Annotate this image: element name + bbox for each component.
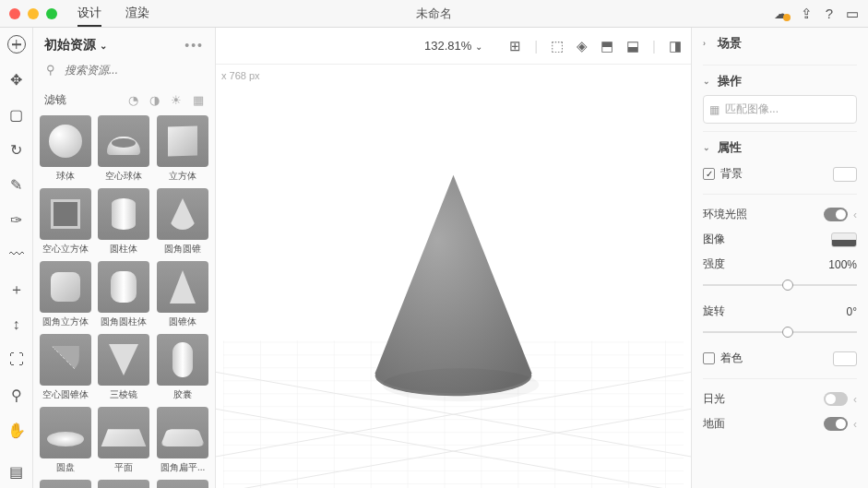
asset-item[interactable]: 空心圆锥体: [39, 334, 92, 401]
asset-item[interactable]: 胶囊: [156, 334, 209, 401]
help-icon[interactable]: ?: [826, 6, 833, 21]
tint-checkbox-row[interactable]: 着色: [703, 351, 743, 366]
zoom-dropdown[interactable]: 132.81% ⌄: [424, 39, 482, 53]
background-color-swatch[interactable]: [833, 167, 857, 182]
asset-item[interactable]: 三棱镜: [98, 334, 151, 401]
shading-icon[interactable]: ◨: [669, 38, 682, 54]
env-image-label: 图像: [703, 232, 725, 247]
asset-item[interactable]: [156, 480, 209, 488]
asset-label: 球体: [56, 170, 75, 183]
reset-icon[interactable]: ‹: [853, 418, 857, 431]
intensity-slider[interactable]: [703, 279, 857, 292]
filter-image-icon[interactable]: ▦: [193, 93, 204, 107]
camera-iso-icon[interactable]: ⬓: [626, 38, 639, 54]
props-section-header[interactable]: ⌄ 属性: [703, 139, 857, 156]
background-checkbox[interactable]: [703, 168, 715, 180]
move-tool-icon[interactable]: ✥: [7, 70, 26, 89]
asset-item[interactable]: 立方体: [156, 115, 209, 183]
add-button[interactable]: [7, 35, 26, 54]
asset-thumbnail: [40, 261, 91, 313]
asset-item[interactable]: 圆角圆柱体: [98, 261, 151, 328]
ops-section-label: 操作: [718, 73, 742, 89]
sun-label: 日光: [703, 391, 725, 407]
asset-label: 圆角扁平...: [161, 461, 205, 474]
asset-item[interactable]: [98, 480, 151, 488]
asset-thumbnail: [40, 407, 91, 458]
crop-tool-icon[interactable]: ▢: [7, 105, 26, 124]
image-icon: ▦: [709, 103, 719, 116]
asset-thumbnail: [40, 115, 91, 167]
tint-checkbox[interactable]: [703, 352, 715, 364]
asset-item[interactable]: 圆盘: [39, 407, 92, 474]
asset-item[interactable]: 空心球体: [98, 115, 151, 183]
asset-source-dropdown[interactable]: 初始资源 ⌄: [44, 37, 107, 54]
background-checkbox-row[interactable]: 背景: [703, 166, 743, 182]
maximize-window[interactable]: [46, 8, 57, 19]
scene-section-header[interactable]: › 场景: [703, 35, 857, 52]
hand-tool-icon[interactable]: ✋: [7, 421, 26, 439]
tab-render[interactable]: 渲染: [125, 1, 149, 27]
env-light-toggle[interactable]: [824, 208, 848, 221]
left-toolbar: ✥ ▢ ↻ ✎ ✑ 〰 ＋ ↕ ⛶ ⚲ ✋ ▤: [0, 28, 33, 488]
filter-icons: ◔ ◑ ☀ ▦: [128, 93, 204, 107]
match-image-button[interactable]: ▦ 匹配图像...: [703, 95, 857, 124]
background-label: 背景: [720, 166, 743, 182]
zoom-tool-icon[interactable]: ⚲: [7, 386, 26, 404]
asset-item[interactable]: 圆角扁平...: [156, 407, 209, 474]
asset-label: 空心立方体: [42, 243, 89, 256]
asset-item[interactable]: 圆锥体: [156, 261, 209, 328]
scene-section-label: 场景: [718, 35, 742, 52]
asset-thumbnail: [157, 480, 208, 488]
minimize-window[interactable]: [28, 8, 39, 19]
asset-item[interactable]: 空心立方体: [39, 188, 92, 256]
camera-orbit-icon[interactable]: ◈: [577, 38, 588, 54]
asset-item[interactable]: 圆柱体: [98, 188, 151, 256]
close-window[interactable]: [9, 8, 20, 19]
ops-section-header[interactable]: ⌄ 操作: [703, 73, 857, 89]
asset-search-input[interactable]: [42, 59, 206, 81]
asset-thumbnail: [98, 480, 149, 488]
grid-view-icon[interactable]: ⊞: [509, 38, 521, 54]
share-icon[interactable]: ⇪: [801, 6, 813, 22]
asset-item[interactable]: [39, 480, 92, 488]
path-tool-icon[interactable]: 〰: [7, 245, 26, 264]
camera-front-icon[interactable]: ⬚: [551, 38, 564, 54]
rotation-slider[interactable]: [703, 326, 857, 339]
eyedropper-icon[interactable]: ✑: [7, 210, 26, 229]
asset-item[interactable]: 球体: [39, 115, 92, 183]
viewport[interactable]: [216, 65, 691, 488]
layout-icon[interactable]: ▤: [7, 462, 26, 481]
window-controls: [9, 8, 57, 19]
plus-tool-icon[interactable]: ＋: [7, 280, 26, 299]
asset-menu-button[interactable]: •••: [184, 38, 204, 53]
asset-item[interactable]: 平面: [98, 407, 151, 474]
rotation-value: 0°: [847, 305, 857, 318]
sun-toggle[interactable]: [824, 392, 848, 406]
asset-item[interactable]: 圆角圆锥: [156, 188, 209, 256]
rotate-tool-icon[interactable]: ↻: [7, 140, 26, 159]
asset-label: 圆柱体: [110, 243, 137, 256]
arrow-tool-icon[interactable]: ↕: [7, 315, 26, 334]
reset-icon[interactable]: ‹: [853, 393, 857, 406]
tab-design[interactable]: 设计: [77, 1, 101, 27]
reset-icon[interactable]: ‹: [853, 208, 857, 221]
env-image-thumbnail[interactable]: [831, 232, 857, 247]
filter-light-icon[interactable]: ☀: [171, 93, 182, 107]
feedback-icon[interactable]: ▭: [846, 6, 859, 22]
titlebar-actions: ☁ ⇪ ? ▭: [774, 6, 859, 22]
mode-tabs: 设计 渲染: [77, 1, 149, 27]
cloud-sync-icon[interactable]: ☁: [774, 6, 788, 22]
asset-item[interactable]: 圆角立方体: [39, 261, 92, 328]
camera-top-icon[interactable]: ⬒: [600, 38, 613, 54]
filter-shape-icon[interactable]: ◔: [128, 93, 138, 107]
chevron-down-icon: ⌄: [100, 41, 107, 51]
asset-label: 立方体: [169, 170, 196, 183]
asset-thumbnail: [98, 261, 149, 313]
asset-label: 空心圆锥体: [42, 388, 89, 401]
ground-toggle[interactable]: [824, 417, 848, 431]
magic-tool-icon[interactable]: ✎: [7, 175, 26, 194]
measure-tool-icon[interactable]: ⛶: [7, 351, 26, 369]
tint-color-swatch[interactable]: [833, 351, 857, 366]
filter-material-icon[interactable]: ◑: [149, 93, 160, 107]
separator: |: [534, 38, 538, 54]
